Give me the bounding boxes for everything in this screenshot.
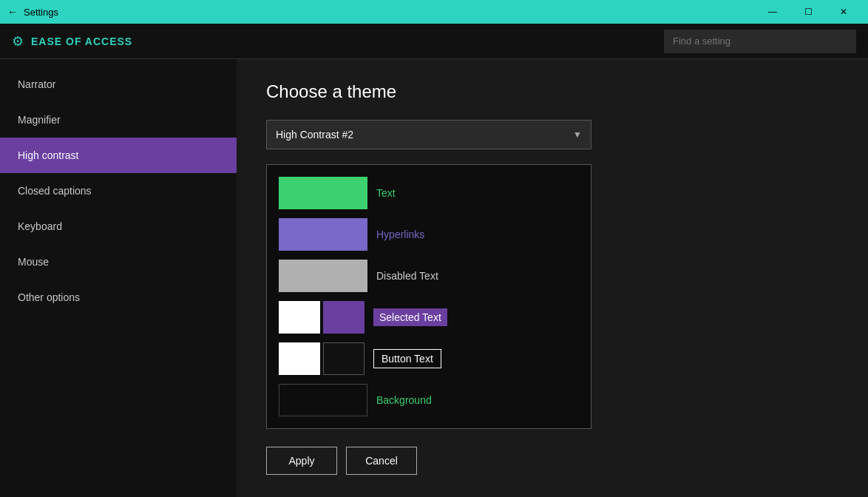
titlebar: ← Settings — ☐ ✕: [0, 0, 868, 24]
cancel-button[interactable]: Cancel: [346, 447, 417, 475]
close-button[interactable]: ✕: [827, 0, 861, 24]
sidebar-item-keyboard[interactable]: Keyboard: [0, 209, 237, 244]
app-title: EASE OF ACCESS: [31, 36, 132, 47]
sidebar-item-other-options[interactable]: Other options: [0, 280, 237, 315]
app-header-left: ⚙ EASE OF ACCESS: [12, 33, 132, 50]
sidebar-item-magnifier[interactable]: Magnifier: [0, 102, 237, 138]
action-buttons: Apply Cancel: [266, 447, 838, 475]
apply-button[interactable]: Apply: [266, 447, 337, 475]
sidebar-label-narrator: Narrator: [18, 78, 55, 90]
selected-text-swatches: [279, 301, 365, 334]
selected-text-swatch-2[interactable]: [323, 301, 365, 334]
text-label: Text: [376, 187, 396, 199]
sidebar-label-keyboard: Keyboard: [18, 220, 62, 232]
sidebar-label-closed-captions: Closed captions: [18, 185, 92, 197]
minimize-button[interactable]: —: [756, 0, 790, 24]
preview-row-button-text: Button Text: [279, 342, 579, 375]
theme-dropdown[interactable]: High Contrast #2 ▼: [266, 120, 591, 149]
back-button[interactable]: ←: [7, 6, 18, 18]
text-color-swatch[interactable]: [279, 177, 367, 209]
button-text-swatch-1[interactable]: [279, 342, 320, 375]
preview-row-hyperlinks: Hyperlinks: [279, 218, 579, 251]
search-input[interactable]: [664, 30, 856, 53]
sidebar-label-magnifier: Magnifier: [18, 114, 61, 126]
content-area: Choose a theme High Contrast #2 ▼ Text H…: [237, 59, 868, 497]
selected-text-swatch-1[interactable]: [279, 301, 320, 334]
hyperlinks-label: Hyperlinks: [376, 229, 424, 240]
preview-row-selected-text: Selected Text: [279, 301, 579, 334]
chevron-down-icon: ▼: [573, 129, 582, 140]
sidebar-label-mouse: Mouse: [18, 256, 49, 268]
theme-dropdown-value: High Contrast #2: [276, 129, 353, 141]
gear-icon: ⚙: [12, 33, 24, 50]
preview-row-text: Text: [279, 177, 579, 209]
main-layout: Narrator Magnifier High contrast Closed …: [0, 59, 868, 497]
titlebar-left: ← Settings: [7, 6, 58, 18]
sidebar-item-mouse[interactable]: Mouse: [0, 244, 237, 280]
sidebar-label-other-options: Other options: [18, 291, 80, 303]
button-text-label: Button Text: [373, 349, 441, 368]
sidebar-item-closed-captions[interactable]: Closed captions: [0, 173, 237, 209]
sidebar-label-high-contrast: High contrast: [18, 149, 78, 161]
button-text-swatches: [279, 342, 365, 375]
disabled-text-label: Disabled Text: [376, 270, 438, 282]
disabled-text-color-swatch[interactable]: [279, 260, 367, 292]
page-title: Choose a theme: [266, 81, 838, 102]
window-title: Settings: [24, 7, 58, 18]
hyperlinks-color-swatch[interactable]: [279, 218, 367, 251]
background-label: Background: [376, 394, 432, 406]
sidebar-item-high-contrast[interactable]: High contrast: [0, 138, 237, 173]
background-color-swatch[interactable]: [279, 384, 367, 416]
preview-row-background: Background: [279, 384, 579, 416]
sidebar: Narrator Magnifier High contrast Closed …: [0, 59, 237, 497]
app-header: ⚙ EASE OF ACCESS: [0, 24, 868, 59]
back-icon: ←: [7, 6, 18, 18]
titlebar-controls: — ☐ ✕: [756, 0, 861, 24]
button-text-swatch-2[interactable]: [323, 342, 365, 375]
preview-row-disabled-text: Disabled Text: [279, 260, 579, 292]
selected-text-label: Selected Text: [373, 308, 447, 326]
maximize-button[interactable]: ☐: [791, 0, 825, 24]
sidebar-item-narrator[interactable]: Narrator: [0, 67, 237, 102]
theme-preview-box: Text Hyperlinks Disabled Text Selected T…: [266, 164, 591, 429]
